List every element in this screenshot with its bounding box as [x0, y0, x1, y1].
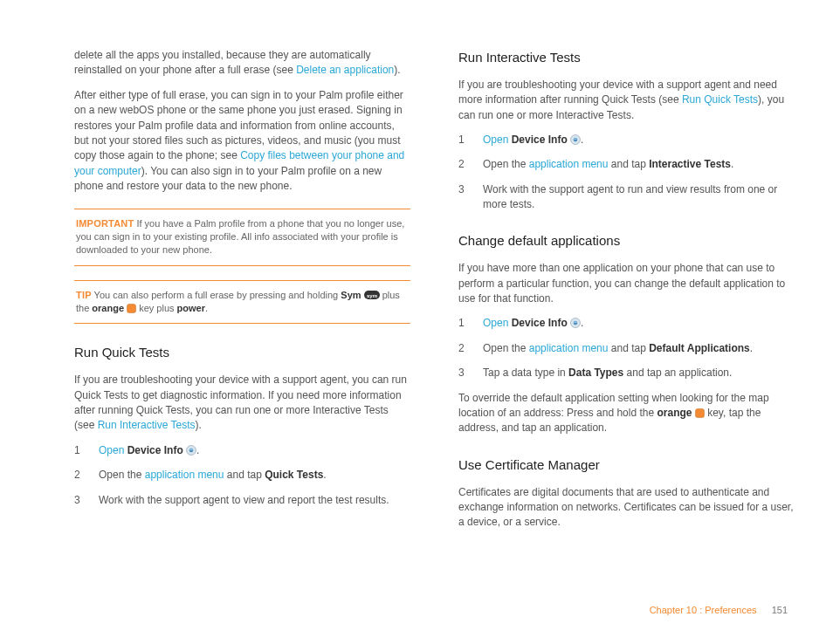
text: Open the — [99, 469, 145, 481]
orange-key-icon — [695, 408, 705, 417]
step-body: Open Device Info . — [483, 133, 795, 147]
step-body: Open the application menu and tap Defaul… — [483, 341, 795, 356]
text: and tap — [608, 158, 649, 170]
heading-change-default-applications: Change default applications — [458, 231, 795, 250]
text: and tap an application. — [623, 367, 732, 379]
step-number: 1 — [458, 133, 483, 147]
link-open[interactable]: Open — [483, 134, 508, 146]
sym-key-icon: sym — [364, 290, 380, 300]
text: . — [323, 469, 326, 481]
paragraph-certificates: Certificates are digital documents that … — [458, 485, 795, 531]
default-applications-label: Default Applications — [649, 342, 750, 354]
link-run-quick-tests[interactable]: Run Quick Tests — [682, 93, 758, 106]
interactive-tests-label: Interactive Tests — [649, 158, 731, 170]
step-3: 3 Work with the support agent to view an… — [74, 493, 410, 508]
step-number: 3 — [458, 182, 483, 213]
svg-rect-2 — [127, 305, 136, 313]
device-info-label: Device Info — [508, 317, 567, 329]
device-info-icon — [186, 445, 196, 456]
paragraph-interactive-tests: If you are troubleshooting your device w… — [458, 78, 795, 123]
link-delete-application[interactable]: Delete an application — [296, 64, 394, 76]
step-body: Open Device Info . — [483, 316, 795, 331]
link-application-menu[interactable]: application menu — [529, 342, 609, 354]
text: . — [750, 342, 753, 354]
step-body: Open the application menu and tap Quick … — [99, 468, 410, 483]
step-body: Work with the support agent to view and … — [99, 493, 410, 508]
link-application-menu[interactable]: application menu — [145, 469, 224, 481]
right-column: Run Interactive Tests If you are trouble… — [458, 48, 795, 540]
text: key plus — [136, 303, 176, 313]
paragraph-signin-profile: After either type of full erase, you can… — [74, 88, 410, 195]
text: Tap a data type in — [483, 367, 568, 379]
step-2: 2 Open the application menu and tap Inte… — [458, 157, 795, 172]
step-number: 2 — [74, 468, 99, 483]
step-number: 1 — [74, 443, 99, 458]
text: Open the — [483, 158, 529, 170]
important-label: IMPORTANT — [76, 218, 134, 229]
svg-point-5 — [189, 449, 194, 450]
step-body: Work with the support agent to run and v… — [483, 182, 795, 213]
page: delete all the apps you installed, becau… — [0, 0, 833, 644]
paragraph-default-apps: If you have more than one application on… — [458, 261, 795, 306]
step-body: Tap a data type in Data Types and tap an… — [483, 366, 795, 380]
text: Open the — [483, 342, 529, 354]
two-column-layout: delete all the apps you installed, becau… — [44, 48, 789, 540]
text: ). — [196, 419, 202, 431]
step-1: 1 Open Device Info . — [74, 443, 410, 458]
text: and tap — [608, 342, 649, 354]
orange-key-label: orange — [657, 407, 692, 419]
orange-key-label: orange — [92, 303, 124, 313]
link-run-interactive-tests[interactable]: Run Interactive Tests — [98, 419, 196, 431]
link-open[interactable]: Open — [99, 444, 124, 456]
step-body: Open the application menu and tap Intera… — [483, 157, 795, 172]
default-apps-steps: 1 Open Device Info . 2 Open the applicat… — [458, 316, 795, 380]
step-2: 2 Open the application menu and tap Quic… — [74, 468, 410, 483]
svg-text:sym: sym — [367, 293, 377, 298]
device-info-label: Device Info — [508, 134, 567, 146]
data-types-label: Data Types — [568, 367, 623, 379]
text: . — [205, 303, 208, 313]
text: . — [581, 317, 583, 329]
svg-point-11 — [574, 322, 578, 324]
heading-run-interactive-tests: Run Interactive Tests — [458, 48, 795, 67]
step-3: 3 Tap a data type in Data Types and tap … — [458, 366, 795, 380]
text: . — [196, 444, 199, 456]
orange-key-icon — [127, 304, 136, 313]
quick-tests-steps: 1 Open Device Info . 2 Open the applicat… — [74, 443, 410, 508]
device-info-icon — [570, 134, 581, 145]
step-1: 1 Open Device Info . — [458, 316, 795, 331]
interactive-tests-steps: 1 Open Device Info . 2 Open the applicat… — [458, 133, 795, 213]
step-3: 3 Work with the support agent to run and… — [458, 182, 795, 213]
step-2: 2 Open the application menu and tap Defa… — [458, 341, 795, 356]
tip-label: TIP — [76, 290, 92, 300]
step-number: 3 — [74, 493, 99, 508]
step-1: 1 Open Device Info . — [458, 133, 795, 147]
text: You can also perform a full erase by pre… — [92, 290, 341, 300]
footer-page-number: 151 — [772, 605, 788, 615]
heading-use-certificate-manager: Use Certificate Manager — [458, 456, 795, 475]
power-key-label: power — [177, 303, 205, 313]
link-application-menu[interactable]: application menu — [529, 158, 609, 170]
step-number: 1 — [458, 316, 483, 331]
step-number: 2 — [458, 341, 483, 356]
paragraph-quick-tests: If you are troubleshooting your device w… — [74, 373, 410, 434]
step-number: 2 — [458, 157, 483, 172]
step-body: Open Device Info . — [99, 443, 410, 458]
step-number: 3 — [458, 366, 483, 380]
paragraph-erase-apps: delete all the apps you installed, becau… — [74, 48, 410, 79]
link-open[interactable]: Open — [483, 317, 508, 329]
heading-run-quick-tests: Run Quick Tests — [74, 343, 410, 362]
footer-chapter: Chapter 10 : Preferences — [650, 605, 757, 615]
sym-key-label: Sym — [341, 290, 361, 300]
page-footer: Chapter 10 : Preferences 151 — [650, 604, 788, 618]
device-info-label: Device Info — [124, 444, 182, 456]
text: and tap — [224, 469, 265, 481]
device-info-icon — [570, 318, 581, 328]
text: . — [731, 158, 733, 170]
paragraph-override-default: To override the default application sett… — [458, 391, 795, 436]
important-note: IMPORTANT If you have a Palm profile fro… — [74, 209, 410, 266]
text: . — [581, 134, 583, 146]
svg-point-8 — [574, 138, 578, 140]
text: ). — [394, 64, 400, 76]
svg-rect-12 — [695, 408, 704, 417]
